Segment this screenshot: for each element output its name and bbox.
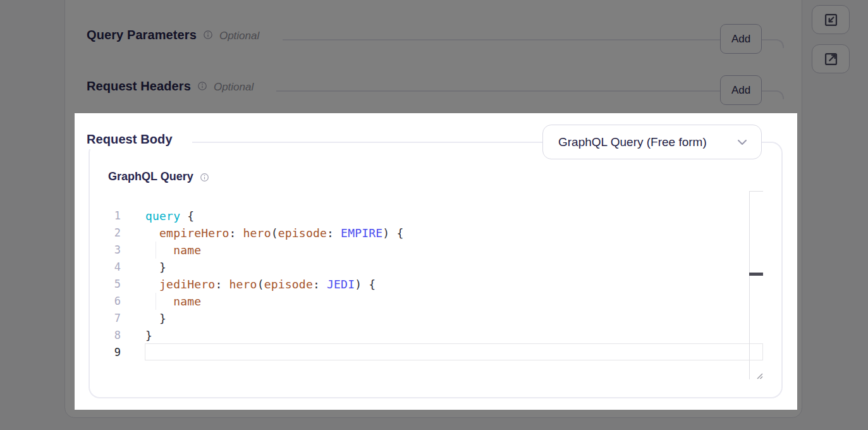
code-editor[interactable]: 1query {2 empireHero: hero(episode: EMPI…: [95, 207, 765, 372]
code-line-text: }: [145, 310, 166, 327]
code-line-text: query {: [145, 207, 194, 224]
editor-scroll-track: [749, 191, 750, 379]
code-line[interactable]: 3 name: [95, 242, 765, 259]
line-number: 6: [101, 293, 121, 310]
info-icon: [197, 81, 207, 91]
info-icon: [200, 173, 209, 182]
line-number: 7: [101, 310, 121, 327]
line-number: 8: [101, 327, 121, 344]
add-query-parameter-button[interactable]: Add: [720, 24, 762, 54]
graphql-query-label: GraphQL Query: [108, 170, 193, 183]
code-line-text: empireHero: hero(episode: EMPIRE) {: [145, 224, 403, 242]
scrollbar-thumb[interactable]: [749, 273, 763, 276]
request-body-title: Request Body: [87, 132, 173, 147]
code-line[interactable]: 2 empireHero: hero(episode: EMPIRE) {: [95, 224, 765, 242]
code-line[interactable]: 8}: [95, 327, 765, 344]
open-external-button[interactable]: [812, 44, 850, 73]
code-line-text: }: [145, 327, 152, 344]
chevron-down-icon: [737, 139, 747, 145]
dim-overlay: [797, 113, 868, 410]
info-icon: [203, 30, 213, 40]
line-number: 9: [101, 344, 121, 361]
code-line[interactable]: 5 jediHero: hero(episode: JEDI) {: [95, 276, 765, 293]
body-type-value: GraphQL Query (Free form): [558, 135, 707, 149]
line-number: 1: [101, 207, 121, 224]
code-line-text: }: [145, 259, 166, 276]
line-number: 3: [101, 242, 121, 259]
line-number: 4: [101, 259, 121, 276]
code-line-text: name: [145, 242, 201, 259]
code-line[interactable]: 7 }: [95, 310, 765, 327]
optional-label: Optional: [214, 81, 254, 94]
graphql-query-label-row: GraphQL Query: [108, 170, 209, 183]
resize-grip[interactable]: [753, 369, 763, 379]
edit-in-panel-icon: [822, 11, 840, 28]
dim-overlay: [0, 113, 75, 410]
optional-label: Optional: [219, 30, 259, 42]
line-number: 5: [101, 276, 121, 293]
add-button-label: Add: [731, 84, 750, 97]
code-line[interactable]: 4 }: [95, 259, 765, 276]
query-parameters-divider: [283, 39, 784, 48]
body-type-select[interactable]: GraphQL Query (Free form): [542, 125, 762, 159]
query-parameters-title: Query Parameters: [87, 28, 197, 42]
code-line[interactable]: 6 name: [95, 293, 765, 310]
code-line[interactable]: 1query {: [95, 207, 765, 224]
request-body-header: Request Body: [87, 132, 178, 147]
request-headers-header: Request Headers Optional: [87, 79, 259, 94]
line-number: 2: [101, 224, 121, 242]
add-button-label: Add: [731, 33, 750, 46]
code-line-text: name: [145, 293, 201, 310]
code-line[interactable]: 9: [95, 344, 765, 361]
open-external-icon: [822, 51, 840, 68]
add-request-header-button[interactable]: Add: [720, 75, 762, 105]
request-headers-title: Request Headers: [87, 79, 191, 94]
request-headers-divider: [276, 90, 784, 99]
query-parameters-header: Query Parameters Optional: [87, 28, 264, 42]
edit-in-panel-button[interactable]: [812, 5, 850, 34]
code-line-text: jediHero: hero(episode: JEDI) {: [145, 276, 376, 293]
editor-scroll-track-top: [749, 191, 763, 192]
